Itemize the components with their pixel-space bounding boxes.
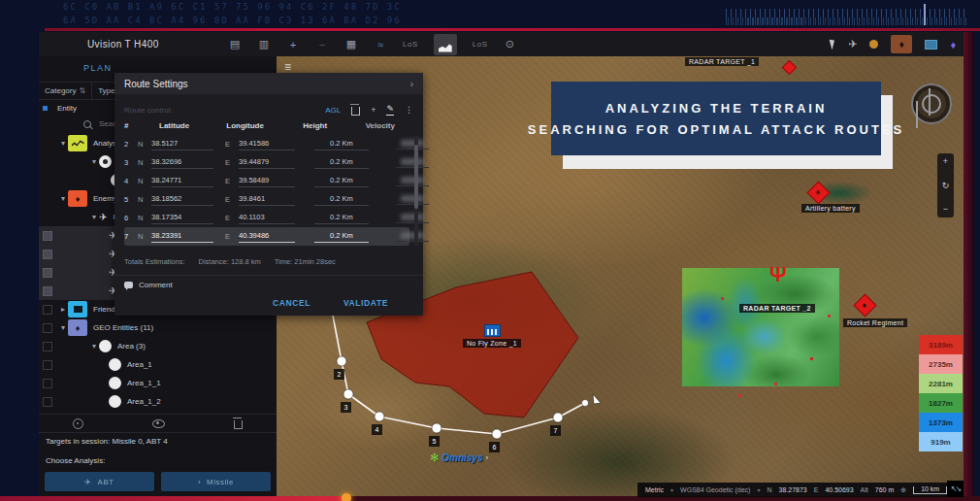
compass-rose[interactable] bbox=[911, 84, 952, 124]
kebab-menu-icon[interactable]: ⋮ bbox=[405, 105, 413, 115]
dialog-header[interactable]: Route Settings › bbox=[114, 73, 423, 94]
latitude-field[interactable]: 38.17354 bbox=[151, 213, 213, 224]
tree-item-area-1-2[interactable]: Area_1_2 bbox=[39, 392, 277, 411]
waypoint-label[interactable]: 4 bbox=[372, 424, 382, 435]
agl-toggle[interactable]: AGL bbox=[325, 106, 341, 115]
latitude-field[interactable]: 38.5127 bbox=[151, 139, 213, 150]
checkbox-checked[interactable] bbox=[43, 268, 52, 278]
dialog-scrollbar[interactable] bbox=[414, 135, 418, 246]
waypoint-row[interactable]: 3N38.32696E39.448790.2 Km bbox=[124, 153, 409, 172]
waypoint-label[interactable]: 3 bbox=[341, 402, 351, 413]
delete-icon[interactable] bbox=[234, 420, 243, 429]
chevron-down-icon[interactable]: ▾ bbox=[58, 139, 68, 148]
tree-item-area-1[interactable]: Area_1 bbox=[39, 355, 277, 374]
velocity-field[interactable] bbox=[396, 195, 429, 205]
add-waypoint-icon[interactable]: + bbox=[371, 105, 376, 115]
reset-rotation-button[interactable]: ↻ bbox=[942, 182, 950, 190]
save-icon[interactable]: ▤ bbox=[228, 38, 242, 50]
chevron-right-icon[interactable]: › bbox=[410, 79, 413, 89]
checkbox-checked[interactable] bbox=[43, 213, 52, 222]
geo-entity-tool-icon[interactable]: ♦ bbox=[950, 39, 956, 50]
zoom-out-button[interactable]: − bbox=[943, 205, 948, 214]
waypoint-label[interactable]: 2 bbox=[334, 369, 344, 380]
abt-button[interactable]: ✈ABT bbox=[45, 472, 154, 491]
waypoint-row[interactable]: 4N38.24771E39.584890.2 Km bbox=[124, 172, 409, 190]
datum-dropdown[interactable]: WGS84 Geodetic (dec) bbox=[680, 486, 750, 493]
checkbox-checked[interactable] bbox=[43, 194, 52, 204]
checkbox[interactable] bbox=[43, 360, 52, 370]
chevron-down-icon[interactable]: ▾ bbox=[58, 323, 68, 332]
enemy-entity-tool-active[interactable]: ♦ bbox=[891, 35, 912, 53]
longitude-field[interactable]: 39.58489 bbox=[239, 176, 295, 187]
height-field[interactable]: 0.2 Km bbox=[314, 194, 369, 206]
tree-item-geo-entities[interactable]: ▾♦GEO Entities (11) bbox=[39, 318, 277, 337]
latitude-field[interactable]: 38.18562 bbox=[151, 194, 213, 206]
height-field[interactable]: 0.2 Km bbox=[314, 157, 369, 169]
los-button-1[interactable]: LoS bbox=[403, 40, 418, 49]
checkbox-checked[interactable] bbox=[43, 231, 52, 241]
waypoint-row-selected[interactable]: 7N38.23391E40.394860.2 Km bbox=[124, 227, 409, 246]
tab-plan[interactable]: PLAN bbox=[83, 63, 113, 73]
filter-category[interactable]: Category⇅ bbox=[39, 83, 92, 99]
zoom-out-icon[interactable]: − bbox=[315, 39, 329, 50]
globe-icon[interactable]: ⊕ bbox=[900, 486, 906, 494]
chevron-down-icon[interactable]: ▾ bbox=[89, 157, 99, 166]
scrollbar-thumb[interactable] bbox=[414, 145, 418, 209]
checkbox[interactable] bbox=[43, 323, 52, 333]
checkbox[interactable] bbox=[43, 342, 52, 351]
visibility-icon[interactable] bbox=[152, 419, 165, 428]
los-button-2[interactable]: LoS bbox=[473, 40, 488, 49]
longitude-field[interactable]: 40.39486 bbox=[239, 231, 295, 243]
cursor-tool-icon[interactable] bbox=[830, 39, 837, 50]
checkbox-checked[interactable] bbox=[43, 250, 52, 259]
checkbox[interactable] bbox=[43, 397, 52, 407]
units-dropdown[interactable]: Metric bbox=[645, 486, 664, 493]
velocity-field[interactable] bbox=[396, 158, 429, 168]
waypoint-label[interactable]: 7 bbox=[550, 425, 561, 436]
validate-button[interactable]: VALIDATE bbox=[343, 298, 388, 308]
missile-button[interactable]: ›Missile bbox=[161, 472, 271, 491]
checkbox-checked[interactable] bbox=[43, 286, 52, 296]
locate-icon[interactable] bbox=[73, 418, 83, 429]
chevron-down-icon[interactable]: ▾ bbox=[89, 213, 99, 221]
jet-tool-icon[interactable]: ✈ bbox=[848, 38, 857, 50]
edit-route-icon[interactable]: ✎ bbox=[386, 104, 394, 116]
velocity-field[interactable] bbox=[396, 214, 429, 223]
save-all-icon[interactable]: ▥ bbox=[257, 38, 271, 50]
waypoint-row[interactable]: 6N38.17354E40.11030.2 Km bbox=[124, 209, 409, 227]
cancel-button[interactable]: CANCEL bbox=[273, 298, 310, 308]
clock-icon[interactable]: ⊙ bbox=[503, 38, 516, 50]
tree-item-area-group[interactable]: ▾Area (3) bbox=[39, 337, 277, 355]
delete-waypoint-icon[interactable] bbox=[351, 107, 360, 116]
zoom-in-button[interactable]: + bbox=[943, 157, 948, 166]
video-progress-handle[interactable] bbox=[342, 493, 351, 501]
checkbox[interactable] bbox=[43, 379, 52, 388]
terrain-profile-icon-active[interactable] bbox=[434, 34, 457, 55]
height-field[interactable]: 0.2 Km bbox=[314, 139, 369, 150]
waypoint-row[interactable]: 5N38.18562E39.84610.2 Km bbox=[124, 190, 409, 209]
latitude-field[interactable]: 38.23391 bbox=[151, 231, 213, 243]
longitude-field[interactable]: 39.44879 bbox=[239, 157, 295, 169]
zoom-in-icon[interactable]: + bbox=[286, 39, 300, 50]
velocity-field[interactable] bbox=[396, 177, 429, 186]
height-field[interactable]: 0.2 Km bbox=[314, 176, 369, 187]
chevron-down-icon[interactable]: ▾ bbox=[58, 194, 68, 203]
waypoint-row[interactable]: 2N38.5127E39.415860.2 Km bbox=[124, 135, 409, 153]
height-field[interactable]: 0.2 Km bbox=[314, 231, 369, 243]
no-fly-zone-icon[interactable] bbox=[484, 324, 501, 337]
longitude-field[interactable]: 40.1103 bbox=[239, 213, 295, 224]
waypoint-label[interactable]: 6 bbox=[489, 442, 500, 452]
velocity-field[interactable] bbox=[396, 140, 429, 150]
checkbox[interactable] bbox=[43, 305, 52, 315]
radar-target-2-marker[interactable]: Ψ bbox=[769, 262, 787, 287]
orange-entity-icon[interactable] bbox=[869, 40, 878, 49]
velocity-field[interactable] bbox=[396, 232, 429, 242]
fullscreen-toggle[interactable]: ↖↘ bbox=[947, 481, 964, 497]
map-menu-icon[interactable]: ≡ bbox=[284, 60, 291, 74]
height-field[interactable]: 0.2 Km bbox=[314, 213, 369, 224]
chevron-down-icon[interactable]: ▾ bbox=[89, 342, 99, 351]
map-layers-icon[interactable]: ▦ bbox=[344, 38, 358, 50]
friendly-entity-tool-icon[interactable] bbox=[925, 40, 937, 50]
waypoint-label[interactable]: 5 bbox=[429, 436, 440, 447]
latitude-field[interactable]: 38.32696 bbox=[151, 157, 213, 169]
